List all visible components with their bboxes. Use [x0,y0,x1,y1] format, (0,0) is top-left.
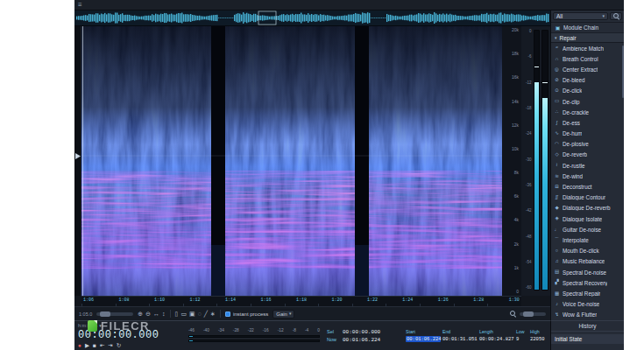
module-item[interactable]: ∿ De-hum [551,129,624,139]
readout-value[interactable]: 9 [516,336,528,342]
gain-dropdown[interactable]: Gain ▾ [272,310,294,318]
module-item[interactable]: ∴ De-crackle [551,107,624,117]
module-item[interactable]: ∫ De-ess [551,117,624,128]
readout-value[interactable]: 22050 [530,336,549,342]
module-item[interactable]: ▭ De-clip [551,96,624,107]
module-icon: ♩ [554,228,560,233]
readout-value[interactable]: 00:01:06.224 [406,336,441,342]
playhead-marker[interactable] [75,153,81,159]
go-to-end-button[interactable]: ⇥ [108,343,112,349]
readout-value[interactable]: 00:01:31.051 [442,336,478,342]
time-selection-button[interactable]: ▯ [175,311,179,317]
transport-icon: ↻ [117,342,121,348]
module-item[interactable]: ▞ Spectral Recovery [551,277,624,288]
module-item[interactable]: ↯ Wow & Flutter [551,310,624,320]
module-label: De-clip [563,99,580,105]
module-icon: ⊘ [554,78,560,83]
meter-peak [542,82,548,83]
module-item[interactable]: ⊙ De-click [551,86,624,96]
left-rail [74,26,81,296]
loop-button[interactable]: ↻ [117,343,121,349]
magic-wand-button[interactable]: ∗ [210,311,216,317]
zoom-in-button[interactable]: ⊕ [138,311,143,317]
module-item[interactable]: ◈ Dialogue Isolate [551,214,624,224]
scroll-position-label: 1:05.0 [79,312,92,317]
meter-scale-label: -28 [233,329,239,333]
module-item[interactable]: ∩ Breath Control [551,53,624,64]
time-ruler[interactable]: 1:061:081:101:121:141:161:181:201:221:24… [81,296,521,306]
lasso-selection-button[interactable]: ◌ [198,311,202,317]
frequency-label: 20k [502,28,519,32]
module-item[interactable]: ◆ Dialogue De-reverb [551,203,624,214]
stop-button[interactable]: ■ [93,343,96,349]
module-icon: ▦ [554,291,560,297]
frequency-selection-button[interactable]: ▭ [180,311,187,317]
sel-value[interactable]: 00:00:00.000 [343,329,380,335]
module-label: De-click [563,88,582,94]
overview-strip[interactable] [74,10,550,26]
module-icon: ∴ [554,109,560,115]
spectrogram-canvas[interactable] [81,26,502,296]
meter-scale-label: -12 [278,329,284,333]
meter-scale-label: -16 [263,329,269,333]
horizontal-scroll-slider[interactable] [96,312,133,316]
time-ruler-label: 1:26 [438,298,449,303]
chevron-down-icon: ▾ [602,14,605,18]
module-item[interactable]: ◇ De-reverb [551,150,624,160]
module-chain-item[interactable]: ▣ Module Chain [551,23,624,33]
zoom-out-button[interactable]: ⊖ [145,311,151,317]
now-value[interactable]: 00:01:06.224 [343,337,380,343]
record-button[interactable]: ● [78,343,81,349]
overview-waveform[interactable] [74,10,550,25]
frequency-label: 0 [502,290,519,294]
meter-db-label: -48 [522,235,532,240]
hamburger-menu-icon[interactable]: ≡ [78,2,82,9]
zoom-slider-thumb[interactable] [523,312,534,317]
module-item[interactable]: ≀ De-rustle [551,160,624,171]
module-item[interactable]: ◠ De-plosive [551,139,624,150]
tool-icon: ◌ [198,311,202,317]
module-chain-label: Module Chain [563,24,598,31]
history-item[interactable]: Initial State [551,334,624,344]
time-ruler-label: 1:14 [225,298,236,303]
module-item[interactable]: ⌒ Interpolate [551,234,624,245]
spectrogram-area[interactable] [81,26,502,296]
module-item[interactable]: ♫ Music Rebalance [551,256,624,267]
module-item[interactable]: ⊟ Deconstruct [551,181,624,192]
module-item[interactable]: ∬ Dialogue Contour [551,192,624,203]
meter-db-label: -18 [522,107,532,111]
go-to-start-button[interactable]: ⇤ [100,343,104,349]
zoom-slider[interactable] [520,312,546,316]
time-frequency-selection-button[interactable]: ▣ [189,311,195,317]
module-item[interactable]: ⊘ De-bleed [551,75,624,86]
transport-icon: ● [78,342,81,348]
instant-process-toggle[interactable]: instant process [225,312,268,317]
module-label: Ambience Match [563,46,604,52]
module-item[interactable]: ≈ Ambience Match [551,43,624,53]
module-item[interactable]: ♩ Guitar De-noise [551,224,624,234]
play-button[interactable]: ▶ [85,343,89,349]
module-icon: ≀ [554,163,560,168]
module-item[interactable]: ▤ Spectral De-noise [551,267,624,277]
module-search-button[interactable] [610,12,622,20]
zoom-vertical-button[interactable]: ↕ [162,311,166,317]
zoom-slider-group [510,311,546,317]
section-header-repair[interactable]: ▾ Repair [551,33,624,43]
frequency-label: 18k [502,52,519,56]
module-item[interactable]: ▦ Spectral Repair [551,288,624,298]
module-item[interactable]: ≋ De-wind [551,171,624,181]
zoom-horizontal-button[interactable]: ↔ [153,311,159,317]
brush-selection-button[interactable]: ╱ [204,311,208,317]
readout-value[interactable]: 00:00:24.827 [479,336,514,342]
scroll-thumb[interactable] [100,312,110,317]
module-item[interactable]: ♪ Voice De-noise [551,299,624,310]
module-item[interactable]: ○ Mouth De-click [551,246,624,256]
module-label: Dialogue De-reverb [563,205,611,211]
history-title: History [551,321,624,332]
module-list-scrollbar[interactable] [622,46,624,98]
module-filter-select[interactable]: All ▾ [553,12,608,20]
module-item[interactable]: ◎ Center Extract [551,64,624,74]
tool-icon: ▯ [175,311,179,317]
toolbar-divider [220,310,221,318]
module-icon: ◎ [554,67,560,73]
